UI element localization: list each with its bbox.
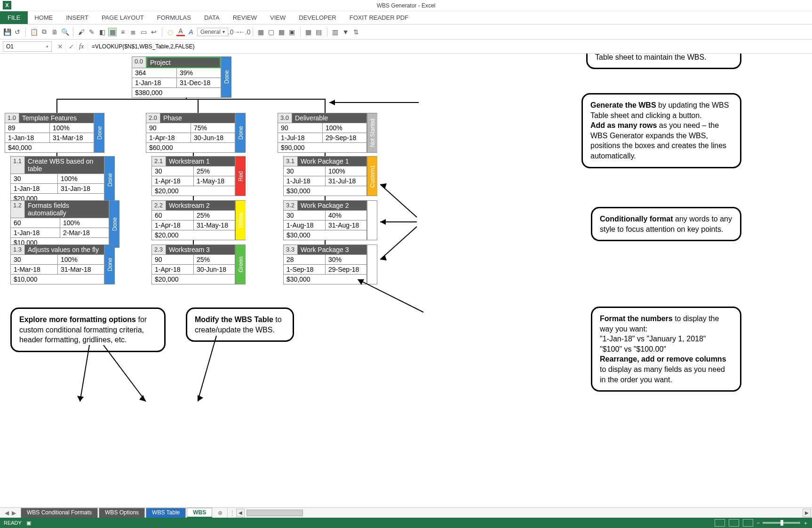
enter-formula-icon[interactable]: ✓ xyxy=(66,41,77,52)
filter-icon[interactable]: ▼ xyxy=(342,28,350,36)
scroll-right-icon[interactable]: ▶ xyxy=(803,509,811,517)
wbs-node-2-1[interactable]: 2.1Workstream 1 3025% 1-Apr-181-May-18 $… xyxy=(151,156,246,196)
align-left-icon[interactable]: ≡ xyxy=(119,28,127,36)
increase-decimal-icon[interactable]: .0→ xyxy=(230,28,239,36)
wbs-node-1-3[interactable]: 1.3Adjusts values on the fly 30100% 1-Ma… xyxy=(10,244,115,284)
wbs-date2: 31-Jan-18 xyxy=(58,184,104,194)
zoom-out-icon[interactable]: − xyxy=(757,520,760,526)
wbs-date1: 1-Apr-18 xyxy=(152,176,194,186)
wbs-status: Red xyxy=(235,156,246,196)
wbs-date1: 1-Mar-18 xyxy=(11,265,58,275)
sort-icon[interactable]: ⇅ xyxy=(352,28,360,36)
fill-bucket-icon[interactable]: ◌ xyxy=(166,28,175,36)
scroll-left-icon[interactable]: ◀ xyxy=(236,509,245,517)
sheet-nav[interactable]: ◀▶ xyxy=(0,508,21,518)
view-pagelayout-icon[interactable] xyxy=(729,519,739,527)
copy-icon[interactable]: ⧉ xyxy=(40,28,48,36)
tab-home[interactable]: HOME xyxy=(28,11,59,24)
tab-view[interactable]: VIEW xyxy=(263,11,292,24)
tab-data[interactable]: DATA xyxy=(198,11,226,24)
sheet-tab-wbs[interactable]: WBS xyxy=(187,508,212,518)
sheet-tab-table[interactable]: WBS Table xyxy=(146,508,186,518)
sheet-tab-conditional[interactable]: WBS Conditional Formats xyxy=(21,508,98,518)
wbs-val2: 100% xyxy=(323,123,366,133)
view-pagebreak-icon[interactable] xyxy=(743,519,753,527)
callout-bold: Explore more formatting options xyxy=(19,315,136,323)
formula-input[interactable] xyxy=(88,41,812,52)
wbs-node-1-1[interactable]: 1.1Create WBS based on table 30100% 1-Ja… xyxy=(10,156,115,204)
tab-page-layout[interactable]: PAGE LAYOUT xyxy=(95,11,151,24)
wbs-node-2-3[interactable]: 2.3Workstream 3 9025% 1-Apr-1830-Jun-18 … xyxy=(151,244,246,284)
macro-record-icon[interactable]: ▣ xyxy=(26,520,31,526)
wbs-id: 2.0 xyxy=(146,113,160,123)
borders-icon[interactable]: ▦ xyxy=(257,28,265,36)
svg-line-4 xyxy=(380,184,417,217)
fx-icon[interactable]: fx xyxy=(77,43,88,50)
wbs-node-root[interactable]: 0.0Project 36439% 1-Jan-1831-Dec-18 $380… xyxy=(132,56,231,98)
merge-icon[interactable]: ▭ xyxy=(139,28,148,36)
add-sheet-button[interactable]: ⊕ xyxy=(213,508,227,518)
status-bar: READY ▣ − ＋ xyxy=(0,518,812,528)
name-box[interactable]: O1 xyxy=(3,41,52,52)
tab-foxit[interactable]: FOXIT READER PDF xyxy=(343,11,415,24)
tab-formulas[interactable]: FORMULAS xyxy=(151,11,198,24)
scroll-split-icon[interactable]: ⋮ xyxy=(230,510,235,516)
tab-developer[interactable]: DEVELOPER xyxy=(292,11,342,24)
border-thick-icon[interactable]: ▣ xyxy=(288,28,296,36)
undo-icon[interactable]: ↺ xyxy=(13,28,22,36)
connector xyxy=(198,99,199,113)
font-size-icon[interactable]: A xyxy=(187,28,195,36)
freeze-panes-icon[interactable]: ▥ xyxy=(331,28,340,36)
paste-icon[interactable]: 📋 xyxy=(30,28,38,36)
zoom-thumb[interactable] xyxy=(780,520,783,526)
brush-icon[interactable]: ✎ xyxy=(88,28,96,36)
arrows-explore xyxy=(75,345,155,411)
save-icon[interactable]: 💾 xyxy=(3,28,11,36)
file-tab[interactable]: FILE xyxy=(0,11,28,24)
align-center-icon[interactable]: ≣ xyxy=(129,28,137,36)
svg-line-8 xyxy=(380,227,417,260)
wbs-node-3-3[interactable]: 3.3Work Package 3 2830% 1-Sep-1829-Sep-1… xyxy=(283,244,377,284)
wbs-node-2-2[interactable]: 2.2Workstream 2 6025% 1-Apr-1831-May-18 … xyxy=(151,200,246,240)
wbs-id: 1.3 xyxy=(11,245,25,255)
insert-table-icon[interactable]: ▦ xyxy=(304,28,313,36)
horizontal-scrollbar[interactable]: ⋮ ◀ ▶ xyxy=(227,508,812,518)
tab-insert[interactable]: INSERT xyxy=(59,11,95,24)
border-outer-icon[interactable]: ▢ xyxy=(267,28,276,36)
view-normal-icon[interactable] xyxy=(715,519,725,527)
svg-marker-5 xyxy=(380,183,387,189)
wbs-node-3-1[interactable]: 3.1Work Package 1 30100% 1-Jul-1831-Jul-… xyxy=(283,156,377,196)
fill-color-icon[interactable]: ▦ xyxy=(108,28,117,36)
wbs-node-1[interactable]: 1.0Template Features 89100% 1-Jan-1831-M… xyxy=(5,113,104,153)
wbs-status: Not Started xyxy=(367,113,377,153)
font-color-icon[interactable]: A xyxy=(176,28,185,36)
format-painter-icon[interactable]: 🖌 xyxy=(77,28,86,36)
wbs-node-2[interactable]: 2.0Phase 9075% 1-Apr-1830-Jun-18 $60,000… xyxy=(146,113,246,153)
number-format-dropdown[interactable]: General xyxy=(197,28,228,36)
tab-review[interactable]: REVIEW xyxy=(226,11,263,24)
worksheet-canvas[interactable]: 0.0Project 36439% 1-Jan-1831-Dec-18 $380… xyxy=(0,54,812,507)
eraser-icon[interactable]: ◧ xyxy=(98,28,106,36)
wbs-val2: 75% xyxy=(191,123,235,133)
wbs-cost: $380,000 xyxy=(132,88,221,97)
nav-prev-icon[interactable]: ▶ xyxy=(12,510,16,516)
new-sheet-icon[interactable]: 🗎 xyxy=(50,28,59,36)
nav-first-icon[interactable]: ◀ xyxy=(5,510,9,516)
print-preview-icon[interactable]: 🔍 xyxy=(61,28,69,36)
border-all-icon[interactable]: ▦ xyxy=(278,28,286,36)
zoom-in-icon[interactable]: ＋ xyxy=(803,520,808,527)
wbs-val2: 100% xyxy=(58,174,104,184)
wbs-node-1-2[interactable]: 1.2Formats fields automatically 60100% 1… xyxy=(10,200,119,248)
wbs-node-3[interactable]: 3.0Deliverable 90100% 1-Jul-1829-Sep-18 … xyxy=(278,113,377,153)
zoom-track[interactable] xyxy=(763,522,800,524)
wbs-date1: 1-Apr-18 xyxy=(152,221,194,230)
wbs-cost: $60,000 xyxy=(146,143,235,152)
wrap-text-icon[interactable]: ↩ xyxy=(150,28,158,36)
cancel-formula-icon[interactable]: ✕ xyxy=(55,41,66,52)
wbs-node-3-2[interactable]: 3.2Work Package 2 3040% 1-Aug-1831-Aug-1… xyxy=(283,200,377,240)
scroll-thumb[interactable] xyxy=(247,510,303,516)
sheet-tab-options[interactable]: WBS Options xyxy=(99,508,145,518)
decrease-decimal-icon[interactable]: ←.0 xyxy=(240,28,249,36)
pivot-icon[interactable]: ▤ xyxy=(315,28,323,36)
zoom-slider[interactable]: − ＋ xyxy=(757,520,808,527)
